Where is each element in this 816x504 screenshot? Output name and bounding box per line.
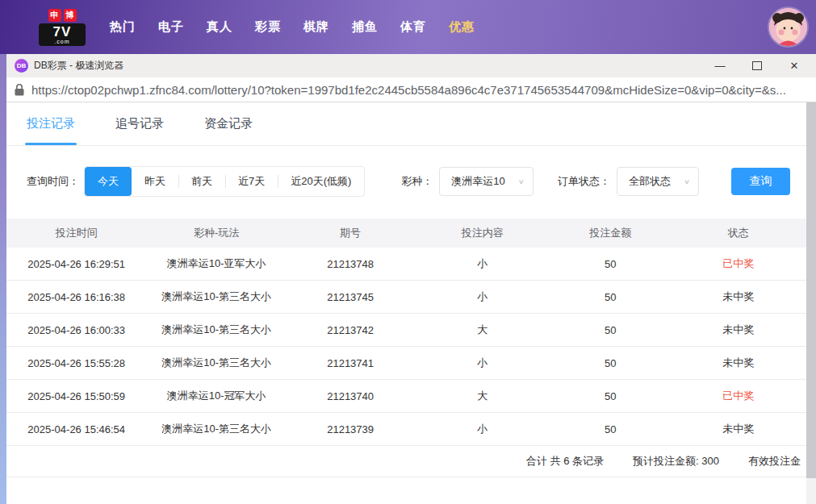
cell-bet-content: 小 xyxy=(414,356,550,370)
window-title: DB彩票 - 极速浏览器 xyxy=(34,59,123,73)
table-header-row: 投注时间 彩种-玩法 期号 投注内容 投注金额 状态 xyxy=(6,219,806,248)
nav-item-live[interactable]: 真人 xyxy=(195,19,244,35)
nav-item-hot[interactable]: 热门 xyxy=(98,19,147,35)
logo-box: 7V .com xyxy=(39,23,86,46)
nav-items: 热门 电子 真人 彩票 棋牌 捕鱼 体育 优惠 xyxy=(98,19,486,35)
header-play-type: 彩种-玩法 xyxy=(146,226,286,240)
window-titlebar: DB DB彩票 - 极速浏览器 — ✕ xyxy=(6,54,816,77)
scrollbar-thumb[interactable] xyxy=(806,102,816,478)
cell-bet-content: 小 xyxy=(414,256,550,271)
cell-bet-time: 2025-04-26 16:16:38 xyxy=(6,291,146,303)
time-option-yesterday[interactable]: 昨天 xyxy=(132,167,178,196)
cell-status: 未中奖 xyxy=(671,323,806,337)
cell-issue: 21213742 xyxy=(287,324,415,336)
record-tabs: 投注记录 追号记录 资金记录 xyxy=(6,102,806,146)
cell-status: 未中奖 xyxy=(671,422,806,436)
lottery-select[interactable]: 澳洲幸运10 ∨ xyxy=(439,167,534,196)
cell-play-type: 澳洲幸运10-第三名大小 xyxy=(146,422,286,436)
tab-chase-records[interactable]: 追号记录 xyxy=(115,102,164,145)
table-row: 2025-04-26 15:55:28 澳洲幸运10-第三名大小 2121374… xyxy=(6,347,806,380)
cell-play-type: 澳洲幸运10-第三名大小 xyxy=(146,289,286,304)
chevron-down-icon: ∨ xyxy=(684,177,690,185)
site-logo[interactable]: 申 博 7V .com xyxy=(39,9,86,46)
cell-status: 已中奖 xyxy=(671,256,806,271)
cell-issue: 21213745 xyxy=(287,291,415,303)
tab-bet-records[interactable]: 投注记录 xyxy=(27,102,75,145)
time-option-7days[interactable]: 近7天 xyxy=(225,167,278,196)
status-filter-label: 订单状态： xyxy=(558,174,610,189)
header-bet-content: 投注内容 xyxy=(414,226,550,240)
scrollbar-track[interactable] xyxy=(806,102,816,504)
table-row: 2025-04-26 15:46:54 澳洲幸运10-第三名大小 2121373… xyxy=(6,413,806,446)
query-button[interactable]: 查询 xyxy=(731,168,790,195)
cell-bet-content: 大 xyxy=(414,389,550,403)
maximize-icon[interactable] xyxy=(739,54,776,77)
cell-issue: 21213739 xyxy=(287,423,415,435)
cell-bet-time: 2025-04-26 15:46:54 xyxy=(6,423,146,435)
time-option-20days[interactable]: 近20天(低频) xyxy=(278,167,364,196)
cell-bet-amount: 50 xyxy=(550,291,671,303)
nav-item-electronic[interactable]: 电子 xyxy=(147,19,195,35)
header-status: 状态 xyxy=(671,226,806,240)
lottery-select-value: 澳洲幸运10 xyxy=(451,174,504,189)
cell-issue: 21213741 xyxy=(287,357,415,369)
filter-bar: 查询时间： 今天 昨天 前天 近7天 近20天(低频) 彩种： 澳洲幸运10 ∨ xyxy=(27,167,816,196)
cell-bet-time: 2025-04-26 15:50:59 xyxy=(6,390,146,402)
page-content: 投注记录 追号记录 资金记录 查询时间： 今天 昨天 前天 近7天 近20 xyxy=(6,102,816,504)
cell-bet-content: 小 xyxy=(414,289,550,304)
nav-item-sports[interactable]: 体育 xyxy=(389,19,437,35)
minimize-icon[interactable]: — xyxy=(701,54,739,77)
chevron-down-icon: ∨ xyxy=(518,177,525,185)
cell-bet-amount: 50 xyxy=(550,258,671,270)
lock-icon xyxy=(15,84,24,96)
window-controls: — ✕ xyxy=(701,54,813,77)
time-filter-group: 今天 昨天 前天 近7天 近20天(低频) xyxy=(84,166,365,197)
header-bet-amount: 投注金额 xyxy=(550,226,671,240)
user-avatar[interactable] xyxy=(769,8,807,46)
summary-expected-amount: 预计投注金额: 300 xyxy=(633,454,719,469)
cell-bet-time: 2025-04-26 15:55:28 xyxy=(6,357,146,369)
header-bet-time: 投注时间 xyxy=(6,226,146,240)
nav-item-chess[interactable]: 棋牌 xyxy=(292,19,341,35)
bet-records-table: 投注时间 彩种-玩法 期号 投注内容 投注金额 状态 2025-04-26 16… xyxy=(6,219,806,477)
cell-play-type: 澳洲幸运10-冠军大小 xyxy=(146,389,286,403)
nav-item-lottery[interactable]: 彩票 xyxy=(244,19,292,35)
cell-play-type: 澳洲幸运10-第三名大小 xyxy=(146,356,286,370)
logo-main-text: 7V xyxy=(41,25,83,39)
time-filter-label: 查询时间： xyxy=(27,174,79,189)
url-bar[interactable]: https://ctop02pchwp1.zfnc84.com/lottery/… xyxy=(6,77,816,102)
nav-item-promo[interactable]: 优惠 xyxy=(437,19,486,35)
cell-issue: 21213740 xyxy=(287,390,415,402)
cell-bet-amount: 50 xyxy=(550,390,671,402)
maximize-glyph xyxy=(752,61,762,70)
cell-bet-amount: 50 xyxy=(550,324,671,336)
cell-bet-amount: 50 xyxy=(550,357,671,369)
avatar-image xyxy=(769,8,807,46)
summary-total-count: 合计 共 6 条记录 xyxy=(526,454,604,469)
nav-item-fishing[interactable]: 捕鱼 xyxy=(341,19,389,35)
logo-badges: 申 博 xyxy=(39,9,86,22)
url-text: https://ctop02pchwp1.zfnc84.com/lottery/… xyxy=(31,83,816,97)
page-background-strip xyxy=(0,54,6,504)
cell-play-type: 澳洲幸运10-第三名大小 xyxy=(146,323,286,337)
tab-fund-records[interactable]: 资金记录 xyxy=(204,102,253,145)
cell-issue: 21213748 xyxy=(287,258,415,270)
order-status-value: 全部状态 xyxy=(629,174,671,189)
order-status-select[interactable]: 全部状态 ∨ xyxy=(617,167,699,196)
table-row: 2025-04-26 16:29:51 澳洲幸运10-亚军大小 21213748… xyxy=(6,248,806,281)
cell-bet-content: 大 xyxy=(414,323,550,337)
table-row: 2025-04-26 16:16:38 澳洲幸运10-第三名大小 2121374… xyxy=(6,281,806,314)
lottery-filter-label: 彩种： xyxy=(401,174,433,189)
table-row: 2025-04-26 15:50:59 澳洲幸运10-冠军大小 21213740… xyxy=(6,380,806,413)
cell-status: 未中奖 xyxy=(671,356,806,370)
cell-bet-time: 2025-04-26 16:00:33 xyxy=(6,324,146,336)
cell-play-type: 澳洲幸运10-亚军大小 xyxy=(146,256,286,271)
browser-window: DB DB彩票 - 极速浏览器 — ✕ https://ctop02pchwp1… xyxy=(6,54,816,504)
logo-badge-left: 申 xyxy=(48,9,61,22)
close-icon[interactable]: ✕ xyxy=(776,54,813,77)
browser-app-icon: DB xyxy=(15,59,28,73)
time-option-day-before[interactable]: 前天 xyxy=(178,167,225,196)
table-row: 2025-04-26 16:00:33 澳洲幸运10-第三名大小 2121374… xyxy=(6,314,806,347)
time-option-today[interactable]: 今天 xyxy=(85,167,132,196)
cell-bet-time: 2025-04-26 16:29:51 xyxy=(6,258,146,270)
